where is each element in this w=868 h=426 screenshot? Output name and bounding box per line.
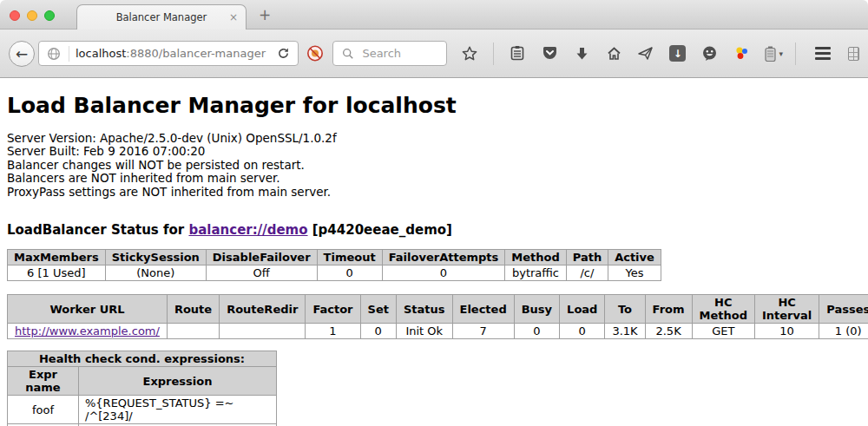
navigation-toolbar: ← localhost:8880/balancer-manager	[0, 29, 868, 78]
health-check-table: Health check cond. expressions: Expr nam…	[7, 351, 277, 426]
balancer-demo-link[interactable]: balancer://demo	[188, 222, 307, 238]
cell-disablefailover: Off	[206, 265, 317, 281]
cell-routeredir	[220, 324, 306, 339]
cell-timeout: 0	[317, 265, 382, 281]
balancer-summary-table: MaxMembers StickySession DisableFailover…	[7, 249, 661, 281]
reload-icon[interactable]	[274, 45, 292, 62]
cell-elected: 7	[452, 324, 514, 339]
tab-close-icon[interactable]: ×	[229, 11, 238, 23]
cell-set: 0	[360, 324, 396, 339]
cell-active: Yes	[608, 265, 661, 281]
server-built-line: Server Built: Feb 9 2016 07:00:20	[7, 145, 861, 158]
cell-failoverattempts: 0	[382, 265, 505, 281]
loadbalancer-status-heading: LoadBalancer Status for balancer://demo …	[7, 222, 861, 238]
cell-path: /c/	[566, 265, 608, 281]
col-hc-method: HC Method	[692, 295, 754, 324]
proxypass-notice-line: ProxyPass settings are NOT inherited fro…	[7, 186, 861, 199]
chevron-down-icon: ▾	[779, 49, 783, 58]
download-manager-icon[interactable]: ↓	[669, 45, 686, 62]
col-maxmembers: MaxMembers	[8, 250, 106, 265]
tab-groups-icon[interactable]	[848, 47, 859, 61]
close-window-button[interactable]	[10, 10, 20, 21]
feedback-smiley-icon[interactable]	[700, 45, 718, 62]
url-text[interactable]: localhost:8880/balancer-manager	[76, 47, 268, 60]
back-button[interactable]: ←	[9, 41, 35, 67]
url-path: :8880/balancer-manager	[126, 47, 266, 60]
cell-expr-name: foof	[8, 396, 79, 424]
downloads-icon[interactable]	[573, 45, 590, 62]
menu-button[interactable]	[815, 47, 831, 60]
col-expr-name: Expr name	[8, 367, 79, 396]
table-row: http://www.example.com/ 1 0 Init Ok 7 0 …	[8, 324, 868, 339]
worker-url-link[interactable]: http://www.example.com/	[15, 324, 160, 338]
col-elected: Elected	[452, 295, 514, 324]
titlebar: Balancer Manager × +	[0, 0, 868, 29]
toolbar-icons: ↓ ▾	[461, 43, 783, 65]
tab-balancer-manager[interactable]: Balancer Manager ×	[76, 4, 247, 29]
worker-table: Worker URL Route RouteRedir Factor Set S…	[7, 294, 868, 339]
search-input[interactable]	[362, 47, 440, 60]
col-busy: Busy	[514, 295, 559, 324]
col-set: Set	[360, 295, 396, 324]
col-path: Path	[566, 250, 608, 265]
status-heading-prefix: LoadBalancer Status for	[7, 222, 188, 238]
col-factor: Factor	[306, 295, 360, 324]
col-timeout: Timeout	[317, 250, 382, 265]
col-from: From	[645, 295, 692, 324]
col-route: Route	[167, 295, 219, 324]
col-status: Status	[396, 295, 452, 324]
cell-expression: %{REQUEST_STATUS} =~ /^[234]/	[79, 396, 277, 424]
browser-window: Balancer Manager × + ← localhost:8880/ba…	[0, 0, 868, 426]
table-header-row: Worker URL Route RouteRedir Factor Set S…	[8, 295, 868, 324]
cell-from: 2.5K	[645, 324, 692, 339]
minimize-window-button[interactable]	[27, 10, 37, 21]
balancers-notice-line: Balancers are NOT inherited from main se…	[7, 172, 861, 185]
status-heading-suffix: [p4420eeae_demo]	[308, 222, 452, 238]
cell-worker-url: http://www.example.com/	[8, 324, 168, 339]
toolbar-divider	[493, 43, 494, 65]
table-header-row: Expr name Expression	[8, 367, 277, 396]
new-tab-button[interactable]: +	[259, 6, 271, 23]
table-caption-row: Health check cond. expressions:	[8, 351, 277, 367]
col-passes: Passes	[819, 295, 868, 324]
battery-extension-button[interactable]: ▾	[765, 46, 783, 62]
col-load: Load	[560, 295, 605, 324]
cell-status: Init Ok	[396, 324, 452, 339]
bookmark-star-icon[interactable]	[461, 45, 478, 62]
table-row: 6 [1 Used] (None) Off 0 0 bytraffic /c/ …	[8, 265, 661, 281]
cell-method: bytraffic	[505, 265, 566, 281]
col-active: Active	[608, 250, 661, 265]
search-icon	[339, 45, 357, 62]
cell-maxmembers: 6 [1 Used]	[8, 265, 106, 281]
url-domain: localhost	[76, 47, 126, 60]
home-icon[interactable]	[605, 45, 622, 62]
send-plane-icon[interactable]	[637, 45, 654, 62]
col-to: To	[605, 295, 645, 324]
zoom-window-button[interactable]	[44, 10, 55, 21]
table-row: foof %{REQUEST_STATUS} =~ /^[234]/	[8, 396, 277, 424]
cell-route	[167, 324, 219, 339]
cell-to: 3.1K	[605, 324, 645, 339]
flash-block-icon[interactable]	[306, 45, 324, 62]
persist-notice-line: Balancer changes will NOT be persisted o…	[7, 159, 861, 172]
server-version-line: Server Version: Apache/2.5.0-dev (Unix) …	[7, 132, 861, 145]
toolbar-divider-2	[795, 43, 796, 65]
battery-icon	[765, 46, 776, 62]
col-disablefailover: DisableFailover	[206, 250, 317, 265]
page-title: Load Balancer Manager for localhost	[7, 93, 861, 118]
url-bar[interactable]: localhost:8880/balancer-manager	[38, 41, 299, 66]
traffic-lights	[10, 10, 55, 21]
col-method: Method	[505, 250, 566, 265]
cell-passes: 1 (0)	[819, 324, 868, 339]
pocket-icon[interactable]	[541, 45, 558, 62]
col-hc-interval: HC Interval	[754, 295, 819, 324]
reading-list-icon[interactable]	[509, 45, 526, 62]
table-header-row: MaxMembers StickySession DisableFailover…	[8, 250, 661, 265]
search-box[interactable]	[332, 41, 447, 66]
page-content: Load Balancer Manager for localhost Serv…	[0, 78, 868, 426]
colored-dots-extension-icon[interactable]	[733, 45, 750, 62]
urlbar-divider	[69, 46, 69, 62]
health-check-caption: Health check cond. expressions:	[8, 351, 277, 367]
cell-hc-interval: 10	[754, 324, 819, 339]
col-worker-url: Worker URL	[8, 295, 168, 324]
